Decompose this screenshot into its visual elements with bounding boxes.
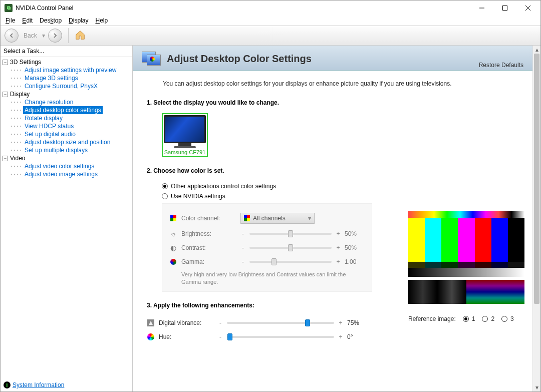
minus-icon: -: [240, 258, 245, 265]
display-name: Samsung CF791: [164, 148, 206, 155]
nav-back-label: Back: [22, 32, 39, 39]
tree-group-display[interactable]: − Display: [1, 90, 132, 98]
color-controls-box: Color channel: All channels ▾ ☼ Brightne…: [162, 203, 372, 292]
ref-option-3[interactable]: 3: [501, 314, 514, 324]
menu-display[interactable]: Display: [66, 16, 91, 25]
restore-defaults-link[interactable]: Restore Defaults: [479, 62, 523, 69]
sidebar: Select a Task... − 3D Settings ····Adjus…: [1, 46, 133, 391]
section1-title: 1. Select the display you would like to …: [147, 99, 518, 106]
gamma-label: Gamma:: [181, 258, 236, 265]
plus-icon: +: [336, 244, 341, 251]
scroll-down-icon[interactable]: ▾: [533, 383, 540, 391]
scrollbar-thumb[interactable]: [534, 54, 539, 304]
svg-rect-1: [503, 6, 507, 11]
menu-file[interactable]: File: [3, 16, 18, 25]
home-button[interactable]: [75, 30, 86, 42]
system-information-link[interactable]: System Information: [13, 381, 64, 388]
gamma-value: 1.00: [345, 258, 365, 265]
nav-back-chevron-icon[interactable]: ▾: [42, 32, 45, 39]
tree-link-change-res[interactable]: Change resolution: [23, 98, 75, 106]
tree-link-video-image[interactable]: Adjust video image settings: [23, 170, 99, 178]
content-area: Adjust Desktop Color Settings Restore De…: [133, 46, 540, 391]
color-channel-select[interactable]: All channels ▾: [240, 213, 315, 224]
tree-group-label: Video: [10, 155, 25, 162]
tree-link-audio[interactable]: Set up digital audio: [23, 130, 77, 138]
tree-link-multi[interactable]: Set up multiple displays: [23, 146, 89, 154]
collapse-icon[interactable]: −: [3, 92, 8, 97]
color-channel-label: Color channel:: [181, 215, 236, 222]
minus-icon: -: [240, 244, 245, 251]
hue-label: Hue:: [159, 333, 214, 340]
tree-link-manage-3d[interactable]: Manage 3D settings: [23, 74, 80, 82]
tree-link-adjust-image[interactable]: Adjust image settings with preview: [23, 66, 118, 74]
section2-title: 2. Choose how color is set.: [147, 167, 518, 174]
gamma-slider[interactable]: [249, 261, 332, 263]
plus-icon: +: [336, 230, 341, 237]
vibrance-icon: [147, 319, 155, 327]
minus-icon: -: [240, 230, 245, 237]
brightness-label: Brightness:: [181, 230, 236, 237]
hue-icon: [147, 333, 155, 341]
collapse-icon[interactable]: −: [3, 60, 8, 65]
toolbar: Back ▾: [1, 26, 540, 46]
plus-icon: +: [338, 333, 343, 340]
prism-icon: [244, 215, 250, 221]
close-button[interactable]: [516, 1, 539, 16]
minimize-button[interactable]: [470, 1, 493, 16]
task-tree: − 3D Settings ····Adjust image settings …: [1, 57, 132, 391]
ref-option-2[interactable]: 2: [482, 314, 494, 324]
tree-group-3d[interactable]: − 3D Settings: [1, 58, 132, 66]
tree-link-adjust-color[interactable]: Adjust desktop color settings: [23, 106, 103, 114]
tree-link-surround[interactable]: Configure Surround, PhysX: [23, 82, 99, 90]
scroll-up-icon[interactable]: ▴: [533, 46, 540, 54]
tree-group-label: 3D Settings: [10, 59, 41, 66]
radio-icon: [162, 183, 168, 189]
window-title: NVIDIA Control Panel: [16, 5, 470, 12]
nav-forward-button[interactable]: [48, 29, 62, 43]
vibrance-slider[interactable]: [227, 322, 334, 324]
titlebar: ⧉ NVIDIA Control Panel: [1, 1, 540, 16]
toolbar-divider: [68, 28, 69, 43]
hue-slider[interactable]: [227, 336, 334, 338]
sidebar-header: Select a Task...: [1, 46, 132, 57]
menu-desktop[interactable]: Desktop: [37, 16, 65, 25]
minus-icon: -: [218, 333, 223, 340]
chevron-down-icon: ▾: [308, 215, 311, 222]
tree-link-rotate[interactable]: Rotate display: [23, 114, 64, 122]
contrast-label: Contrast:: [181, 244, 236, 251]
page-header: Adjust Desktop Color Settings Restore De…: [133, 46, 532, 71]
maximize-button[interactable]: [493, 1, 516, 16]
contrast-slider[interactable]: [249, 247, 332, 249]
header-icon: [142, 50, 162, 68]
brightness-slider[interactable]: [249, 233, 332, 235]
collapse-icon[interactable]: −: [3, 156, 8, 161]
tree-link-hdcp[interactable]: View HDCP status: [23, 122, 75, 130]
combo-value: All channels: [253, 215, 286, 222]
radio-label: Other applications control color setting…: [171, 183, 276, 190]
plus-icon: +: [338, 319, 343, 326]
tree-group-video[interactable]: − Video: [1, 154, 132, 162]
tree-group-label: Display: [10, 91, 30, 98]
vertical-scrollbar[interactable]: ▴ ▾: [532, 46, 540, 391]
tree-link-video-color[interactable]: Adjust video color settings: [23, 162, 96, 170]
ref-option-1[interactable]: 1: [463, 314, 475, 324]
radio-icon: [162, 193, 168, 199]
contrast-icon: ◐: [169, 244, 177, 252]
menu-edit[interactable]: Edit: [19, 16, 36, 25]
monitor-icon: [164, 115, 206, 143]
radio-nvidia[interactable]: Use NVIDIA settings: [162, 191, 518, 201]
page-title: Adjust Desktop Color Settings: [167, 53, 312, 65]
display-item[interactable]: Samsung CF791: [162, 113, 208, 157]
nav-back-button[interactable]: [5, 29, 19, 43]
brightness-value: 50%: [345, 230, 365, 237]
gamma-note: Very high and very low Brightness and Co…: [169, 269, 365, 286]
reference-image: Reference image: 1 2 3: [408, 211, 524, 324]
gamma-icon: [169, 258, 177, 266]
tree-link-size-pos[interactable]: Adjust desktop size and position: [23, 138, 112, 146]
menu-help[interactable]: Help: [92, 16, 111, 25]
vibrance-value: 75%: [347, 319, 367, 326]
hue-value: 0°: [347, 333, 367, 340]
menubar: File Edit Desktop Display Help: [1, 16, 540, 26]
brightness-icon: ☼: [169, 230, 177, 238]
radio-other-apps[interactable]: Other applications control color setting…: [162, 181, 518, 191]
